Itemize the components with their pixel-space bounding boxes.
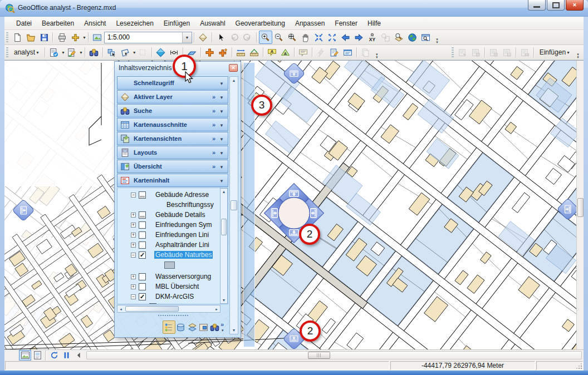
search-map-button[interactable] [393,31,406,44]
report-open-button[interactable] [456,46,469,59]
toolbar-overflow-icon[interactable]: ▾▾ [575,46,581,58]
insert-menu-button[interactable]: Einfügen▼ [536,47,574,57]
open-document-button[interactable] [24,31,37,44]
chevron-down-icon[interactable]: ▼ [219,123,224,128]
magnifier-button[interactable] [379,31,393,44]
report-save-button[interactable] [469,46,483,59]
resize-grip[interactable] [581,368,582,369]
chevron-down-icon[interactable]: ▼ [61,51,65,55]
layer-item-festpunkte[interactable]: +Festpunkte [141,302,200,304]
list-by-source-button[interactable] [174,320,187,334]
menu-datei[interactable]: Datei [11,18,37,29]
layer-checkbox[interactable] [139,211,146,219]
scale-input[interactable] [105,33,176,41]
add-data-button[interactable] [68,31,82,44]
measure-area-button[interactable] [248,46,261,59]
fixed-zoom-in-button[interactable] [312,31,326,44]
layer-item-dkm-arcgis[interactable]: −✓DKM-ArcGIS [131,292,195,302]
label-button[interactable]: A [266,46,279,59]
zoom-extent-button[interactable] [286,31,299,44]
menu-ansicht[interactable]: Ansicht [79,18,111,29]
layer-checkbox[interactable] [149,303,156,305]
chevron-down-icon[interactable]: ▼ [219,95,224,100]
panel-close-icon[interactable]: ✕ [229,64,238,72]
select-elements-button[interactable] [214,31,228,44]
zoom-out-button[interactable] [272,31,286,44]
report-new-button[interactable] [487,46,501,59]
menu-hilfe[interactable]: Hilfe [362,18,386,29]
layer-item-geb-ude-details[interactable]: +Gebäude Details [131,210,206,220]
map-horizontal-scrollbar[interactable] [86,351,582,359]
label-area-button[interactable]: A [279,46,292,59]
chevron-down-icon[interactable]: ▼ [219,165,224,170]
redo-button[interactable] [241,31,254,44]
fixed-zoom-out-button[interactable] [326,31,339,44]
layer-item-swatch[interactable] [164,260,175,270]
section-suche[interactable]: Suche»▼ [117,104,228,117]
analyst-menu-button[interactable]: analyst▼ [11,47,43,57]
collapse-icon[interactable]: − [131,193,136,198]
toolbar-gripper[interactable] [452,47,454,57]
menu-auswahl[interactable]: Auswahl [195,18,230,29]
section--bersicht[interactable]: Übersicht»▼ [117,160,228,173]
chevron-down-icon[interactable]: ▼ [219,109,224,114]
layout-view-button[interactable] [31,350,43,361]
pan-button[interactable] [299,31,312,44]
attribute-dialog-button[interactable] [341,46,355,59]
toolbar-overflow-icon[interactable]: ▾▾ [434,31,440,43]
minimize-button[interactable] [528,0,546,11]
layer-checkbox[interactable] [139,221,146,229]
layer-checkbox[interactable]: ✓ [139,251,146,259]
section-layouts[interactable]: Layouts»▼ [117,146,228,159]
section-more-icon[interactable]: » [212,149,215,156]
select-graphics-button[interactable] [119,46,132,59]
undo-button[interactable] [228,31,241,44]
toolbar-gripper[interactable] [6,47,8,57]
edit-tasks-button[interactable] [65,46,79,59]
close-button[interactable]: ✕ [566,0,584,11]
panel-scrollbar[interactable]: ▲ ▼ [229,76,238,334]
layer-item-beschriftungssy[interactable]: Beschriftungssy [164,200,215,210]
section-kartenansichten[interactable]: Kartenansichten»▼ [117,132,228,145]
expand-icon[interactable]: + [131,213,136,218]
menu-einfgen[interactable]: Einfügen [159,18,195,29]
map-vertical-scrollbar[interactable] [576,61,584,349]
chevron-down-icon[interactable]: ▼ [219,151,224,156]
panel-footer-chevron-icon[interactable]: ▾ [222,328,224,333]
section-more-icon[interactable]: » [212,135,215,142]
section-karteninhalt[interactable]: Karteninhalt▼ [117,174,228,187]
report-print-button[interactable] [518,46,532,59]
flash-feature-button[interactable] [315,46,328,59]
toolbar-gripper[interactable] [6,32,8,42]
expand-icon[interactable]: + [131,233,136,238]
globe-view-button[interactable] [406,31,419,44]
layer-item-geb-ude-adresse[interactable]: −Gebäude Adresse [131,190,210,200]
tree-scroll-thumb[interactable] [221,219,227,235]
search-layers-button[interactable] [208,320,221,334]
panel-splitter[interactable] [158,315,188,316]
expand-icon[interactable]: + [131,223,136,228]
expand-icon[interactable]: + [131,274,136,279]
layer-item-wasserversorgung[interactable]: +Wasserversorgung [131,272,212,282]
restore-button[interactable] [547,0,565,11]
save-document-button[interactable] [37,31,51,44]
chevron-down-icon[interactable]: ▼ [219,81,224,86]
find-button[interactable] [87,46,101,59]
chevron-down-icon[interactable]: ▼ [133,51,136,55]
layer-item-einfriedungen-sym[interactable]: +Einfriedungen Sym [131,220,213,230]
menu-bearbeiten[interactable]: Bearbeiten [37,18,79,29]
layer-checkbox[interactable]: ✓ [139,293,146,300]
edge-pan-left-button[interactable] [11,198,36,223]
layer-item-geb-ude-naturbes[interactable]: −✓Gebäude Naturbes [131,250,213,260]
new-document-button[interactable] [11,31,24,44]
section-more-icon[interactable]: » [212,93,215,100]
layer-checkbox[interactable] [139,283,146,290]
list-by-drawing-order-button[interactable] [163,320,175,334]
section-kartenausschnitte[interactable]: Kartenausschnitte»▼ [117,118,228,131]
previous-extent-button[interactable] [339,31,352,44]
chevron-down-icon[interactable]: ▼ [79,51,83,55]
section-more-icon[interactable]: » [212,163,215,170]
map-scale-button[interactable] [91,31,104,44]
section-aktiver-layer[interactable]: Aktiver Layer»▼ [117,90,228,103]
menu-geoverarbeitung[interactable]: Geoverarbeitung [231,18,290,29]
